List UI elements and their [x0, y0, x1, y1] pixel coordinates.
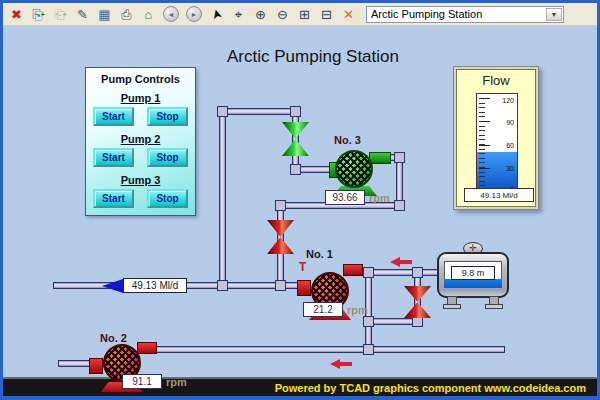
- forward-icon[interactable]: ►: [186, 6, 202, 22]
- screen-selector-value: Arctic Pumping Station: [371, 8, 482, 20]
- tick-label: 30: [506, 165, 514, 172]
- pump-group-3: Pump 3 Start Stop: [86, 174, 195, 208]
- add-screen-icon[interactable]: ⎘+: [29, 5, 48, 24]
- pipe-segment: [219, 108, 226, 288]
- flow-gauge-value: 49.13 Ml/d: [464, 188, 534, 202]
- page-title: Arctic Pumping Station: [163, 47, 463, 67]
- pan-zoom-icon[interactable]: ⌖: [229, 5, 248, 24]
- delete-screen-icon[interactable]: ✖: [7, 5, 26, 24]
- pipe-joint: [394, 152, 405, 163]
- zoom-out-icon[interactable]: ⊖: [273, 5, 292, 24]
- pump2-rpm-readout: 91.1 rpm: [122, 374, 187, 389]
- hmi-canvas: Arctic Pumping Station: [3, 26, 597, 377]
- zoom-window-icon[interactable]: ⊞: [295, 5, 314, 24]
- pump-impeller: [335, 150, 373, 188]
- pipe-segment: [138, 346, 505, 353]
- pipe-joint: [217, 280, 228, 291]
- tick-label: 120: [502, 97, 514, 104]
- toolbar: ✖⎘+⎗+✎▦⎙⌂◄►➤⌖⊕⊖⊞⊟✕ Arctic Pumping Statio…: [3, 3, 597, 26]
- pump3-rpm-value: 93.66: [325, 190, 365, 205]
- pipe-joint: [275, 200, 286, 211]
- tank-level-label: 9.8 m: [451, 266, 495, 280]
- print-icon[interactable]: ⎙: [117, 5, 136, 24]
- flow-direction-arrow-blue: [102, 279, 123, 293]
- tick-label: 90: [506, 119, 514, 126]
- pump2-rpm-unit: rpm: [166, 376, 187, 388]
- pump3-stop-button[interactable]: Stop: [147, 189, 188, 208]
- pipe-joint: [412, 267, 423, 278]
- tank-water-level: [444, 279, 502, 288]
- pump-controls-panel: Pump Controls Pump 1 Start Stop Pump 2 S…: [85, 67, 196, 216]
- pipe-joint: [290, 106, 301, 117]
- pump3-label: No. 3: [334, 134, 361, 146]
- pump1-rpm-readout: 21.2 rpm: [303, 302, 368, 317]
- flow-gauge-scale: 120 90 60 30 0: [476, 93, 518, 193]
- flow-gauge-minor-ticks: [479, 98, 485, 188]
- flow-gauge-panel: Flow 120 90 60 30 0 49.13 Ml/d: [453, 66, 539, 210]
- pump2-stop-button[interactable]: Stop: [147, 148, 188, 167]
- pump-group-1: Pump 1 Start Stop: [86, 92, 195, 126]
- flow-direction-arrow-red: [330, 359, 353, 369]
- pump3-rpm-unit: rpm: [369, 192, 390, 204]
- tick-label: 60: [506, 142, 514, 149]
- pump2-label: No. 2: [100, 332, 127, 344]
- valve-red-1: [267, 220, 294, 254]
- pipe-joint: [363, 344, 374, 355]
- chevron-down-icon[interactable]: ▼: [546, 8, 562, 21]
- pump1-stop-button[interactable]: Stop: [147, 107, 188, 126]
- zoom-window-out-icon[interactable]: ⊟: [317, 5, 336, 24]
- pump2-rpm-value: 91.1: [122, 374, 162, 389]
- valve-red-2: [404, 286, 431, 318]
- pump1-rpm-value: 21.2: [303, 302, 343, 317]
- home-export-icon[interactable]: ⌂: [139, 5, 158, 24]
- storage-tank: ✛ 9.8 m: [437, 242, 509, 330]
- footer-credit-text: Powered by TCAD graphics component www.c…: [275, 382, 586, 394]
- toolbar-icons: ✖⎘+⎗+✎▦⎙⌂◄►➤⌖⊕⊖⊞⊟✕: [7, 5, 358, 24]
- pipe-segment: [219, 108, 299, 115]
- pipe-joint: [275, 280, 286, 291]
- attach-plus-icon[interactable]: ⎗+: [51, 5, 70, 24]
- pump3-group-label: Pump 3: [86, 174, 195, 186]
- cancel-zoom-icon[interactable]: ✕: [339, 5, 358, 24]
- tank-foot: [443, 304, 461, 309]
- t-marker: T: [299, 260, 306, 274]
- pump1-label: No. 1: [306, 248, 333, 260]
- tank-foot: [485, 304, 503, 309]
- pipe-joint: [394, 200, 405, 211]
- zoom-in-icon[interactable]: ⊕: [251, 5, 270, 24]
- pump2-start-button[interactable]: Start: [93, 148, 134, 167]
- flow-direction-arrow-red: [390, 257, 413, 267]
- app-window: ✖⎘+⎗+✎▦⎙⌂◄►➤⌖⊕⊖⊞⊟✕ Arctic Pumping Statio…: [0, 0, 600, 400]
- pipe-joint: [290, 164, 301, 175]
- pump3-rpm-readout: 93.66 rpm: [325, 190, 390, 205]
- pipe-joint: [217, 106, 228, 117]
- pump-controls-title: Pump Controls: [86, 73, 195, 85]
- pump1-group-label: Pump 1: [86, 92, 195, 104]
- pump3-start-button[interactable]: Start: [93, 189, 134, 208]
- pump1-start-button[interactable]: Start: [93, 107, 134, 126]
- back-icon[interactable]: ◄: [163, 6, 179, 22]
- pump-group-2: Pump 2 Start Stop: [86, 133, 195, 167]
- pump1-rpm-unit: rpm: [347, 304, 368, 316]
- pipe-segment: [186, 282, 311, 289]
- screen-selector-combo[interactable]: Arctic Pumping Station ▼: [366, 6, 564, 23]
- inflow-rate-label: 49.13 Ml/d: [123, 278, 187, 293]
- valve-green: [282, 122, 309, 156]
- flow-gauge-title: Flow: [457, 73, 535, 88]
- select-cursor-icon[interactable]: ➤: [205, 2, 228, 25]
- edit-icon[interactable]: ✎: [73, 5, 92, 24]
- table-icon[interactable]: ▦: [95, 5, 114, 24]
- pump2-group-label: Pump 2: [86, 133, 195, 145]
